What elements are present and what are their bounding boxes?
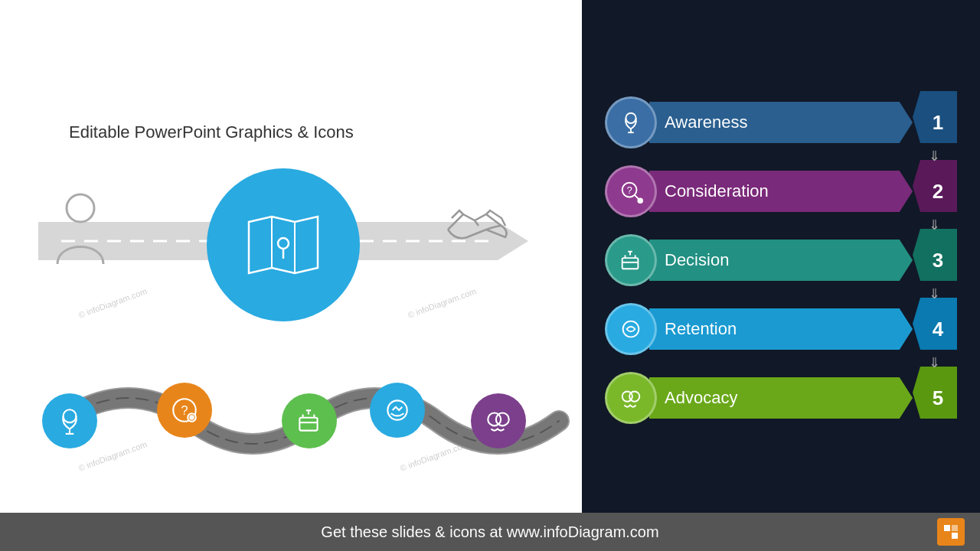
journey-label-decision: Decision [665,250,913,270]
journey-bar-retention: Retention [649,308,913,350]
svg-rect-15 [299,418,317,431]
subtitle: Editable PowerPoint Graphics & Icons [69,122,354,142]
journey-bar-awareness: Awareness [649,102,913,143]
svg-rect-46 [952,533,958,539]
step-advocacy [471,393,526,448]
watermark-2: © infoDiagram.com [407,286,478,320]
journey-number-3: 3 [913,234,957,286]
svg-text:?: ? [181,403,188,418]
bottom-road-section: ? [38,360,574,482]
watermark-1: © infoDiagram.com [77,286,149,320]
svg-rect-45 [944,525,950,531]
journey-circle-decision [605,234,657,286]
journey-item-retention: Retention 4⇓ [605,298,957,360]
handshake-icon [444,199,513,259]
journey-bar-decision: Decision [649,240,913,281]
arrow-down-4: ⇓ [929,354,940,371]
svg-rect-47 [952,525,958,531]
svg-point-14 [190,416,193,419]
svg-rect-33 [622,258,639,269]
arrow-down-1: ⇓ [929,148,940,165]
footer-text: Get these slides & icons at www.infoDiag… [321,523,658,541]
journey-bar-advocacy: Advocacy [649,377,913,419]
journey-label-advocacy: Advocacy [665,388,913,408]
arrow-down-2: ⇓ [929,217,940,233]
svg-point-21 [387,400,407,419]
svg-point-23 [496,412,509,425]
step-consideration: ? [157,383,212,438]
right-panel: Awareness 1⇓ ? Consideration 2⇓ Decision… [582,0,980,520]
journey-number-4: 4 [913,303,957,355]
left-panel: Editable PowerPoint Graphics & Icons [0,0,582,520]
arrow-down-3: ⇓ [929,285,940,302]
footer: Get these slides & icons at www.infoDiag… [0,513,980,551]
journey-circle-consideration: ? [605,165,657,217]
step-decision [282,393,337,448]
journey-item-advocacy: Advocacy 5 [605,367,957,429]
journey-label-retention: Retention [665,319,913,339]
step-awareness [42,393,97,448]
svg-point-8 [64,409,77,422]
journey-circle-awareness [605,96,657,148]
svg-point-43 [629,392,639,402]
svg-text:?: ? [626,184,632,196]
svg-point-40 [623,321,639,337]
map-circle [207,168,360,321]
journey-circle-advocacy [605,372,657,424]
journey-circle-retention [605,303,657,355]
svg-point-31 [638,198,642,203]
journey-number-1: 1 [913,96,957,148]
journey-item-awareness: Awareness 1⇓ [605,91,957,154]
footer-logo [937,518,965,546]
journey-item-consideration: ? Consideration 2⇓ [605,160,957,223]
journey-label-awareness: Awareness [665,112,913,132]
svg-point-24 [626,113,635,123]
journey-number-2: 2 [913,165,957,217]
svg-point-6 [278,238,289,249]
journey-number-5: 5 [913,372,957,424]
journey-bar-consideration: Consideration [649,171,913,212]
step-retention [370,383,425,438]
journey-item-decision: Decision 3⇓ [605,229,957,292]
svg-marker-3 [249,217,318,273]
journey-label-consideration: Consideration [665,181,913,201]
